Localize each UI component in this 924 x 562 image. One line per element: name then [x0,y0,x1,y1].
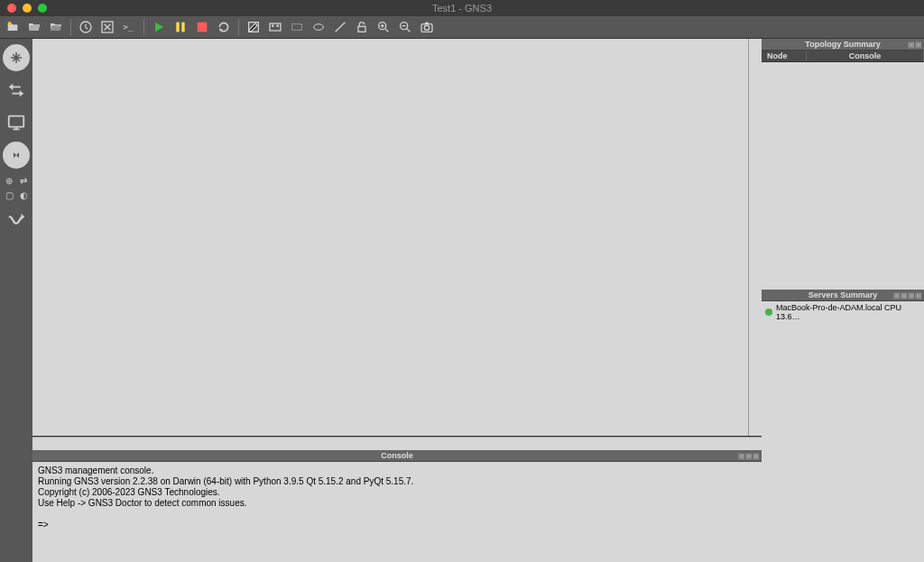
add-link-button[interactable] [3,207,30,234]
console-prompt: => [38,520,756,530]
save-project-button[interactable] [47,18,65,36]
servers-panel-controls[interactable]: ▣▣▣▣ [893,290,922,301]
servers-panel-title: Servers Summary ▣▣▣▣ [762,290,924,301]
draw-ellipse-button[interactable] [310,18,328,36]
add-note-button[interactable] [245,18,263,36]
console-line: Running GNS3 version 2.2.38 on Darwin (6… [38,476,756,487]
svg-rect-4 [176,23,179,32]
console-line: GNS3 management console. [38,465,756,476]
topology-table-header: Node Console [762,51,924,62]
topology-summary-panel: Topology Summary ▣▣ Node Console [762,39,924,290]
zoom-out-button[interactable] [396,18,414,36]
close-window-button[interactable] [7,4,16,13]
end-devices-button[interactable] [3,109,30,136]
servers-summary-panel: Servers Summary ▣▣▣▣ MacBook-Pro-de-ADAM… [762,290,924,562]
topology-list[interactable] [762,62,924,290]
window-title: Test1 - GNS3 [432,3,492,14]
switches-button[interactable] [3,77,30,104]
topology-panel-title: Topology Summary ▣▣ [762,39,924,51]
insert-picture-button[interactable] [266,18,284,36]
zoom-in-button[interactable] [374,18,393,36]
device-toolbar: ⊕⇄▢◐ [0,39,32,562]
svg-rect-11 [292,24,302,31]
lock-button[interactable] [353,18,371,36]
status-indicator-icon [765,309,772,316]
security-devices-button[interactable] [3,142,30,169]
svg-point-0 [8,22,12,25]
console-all-button[interactable]: >_ [120,18,138,36]
draw-line-button[interactable] [331,18,349,36]
svg-rect-13 [358,26,365,32]
horizontal-scrollbar[interactable] [32,437,762,450]
main-toolbar: >_ [0,16,924,39]
topology-col-console[interactable]: Console [807,51,924,61]
reload-all-button[interactable] [215,18,233,36]
vertical-scrollbar[interactable] [748,39,762,436]
svg-point-17 [424,25,429,30]
svg-rect-6 [198,23,208,32]
stop-all-button[interactable] [193,18,211,36]
start-all-button[interactable] [150,18,168,36]
window-titlebar: Test1 - GNS3 [0,0,924,16]
new-project-button[interactable] [4,18,22,36]
server-item[interactable]: MacBook-Pro-de-ADAM.local CPU 13.6… [762,301,924,323]
pause-all-button[interactable] [171,18,189,36]
svg-point-12 [314,24,324,31]
open-project-button[interactable] [25,18,43,36]
maximize-window-button[interactable] [38,4,47,13]
svg-point-9 [272,24,274,27]
console-line: Copyright (c) 2006-2023 GNS3 Technologie… [38,487,756,498]
svg-rect-18 [425,23,429,24]
draw-rectangle-button[interactable] [288,18,306,36]
screenshot-button[interactable] [418,18,436,36]
console-panel-controls[interactable]: ▣▣▣ [738,450,760,462]
svg-rect-5 [181,23,184,32]
svg-rect-8 [270,23,281,31]
console-output[interactable]: GNS3 management console. Running GNS3 ve… [32,462,762,562]
topology-col-node[interactable]: Node [762,51,807,61]
topology-panel-controls[interactable]: ▣▣ [908,39,922,51]
svg-point-10 [276,24,279,27]
all-devices-button[interactable]: ⊕⇄▢◐ [3,174,30,201]
svg-rect-20 [9,116,24,127]
console-line: Use Help -> GNS3 Doctor to detect common… [38,498,756,509]
console-panel-title: Console ▣▣▣ [32,450,762,462]
routers-button[interactable] [3,44,30,71]
servers-list[interactable]: MacBook-Pro-de-ADAM.local CPU 13.6… [762,301,924,562]
svg-text:>_: >_ [123,22,134,32]
minimize-window-button[interactable] [23,4,32,13]
show-hide-interface-labels-button[interactable] [98,18,116,36]
console-panel: Console ▣▣▣ GNS3 management console. Run… [32,450,762,562]
topology-canvas[interactable] [32,39,748,436]
server-name: MacBook-Pro-de-ADAM.local CPU 13.6… [776,303,920,321]
snapshot-button[interactable] [77,18,95,36]
